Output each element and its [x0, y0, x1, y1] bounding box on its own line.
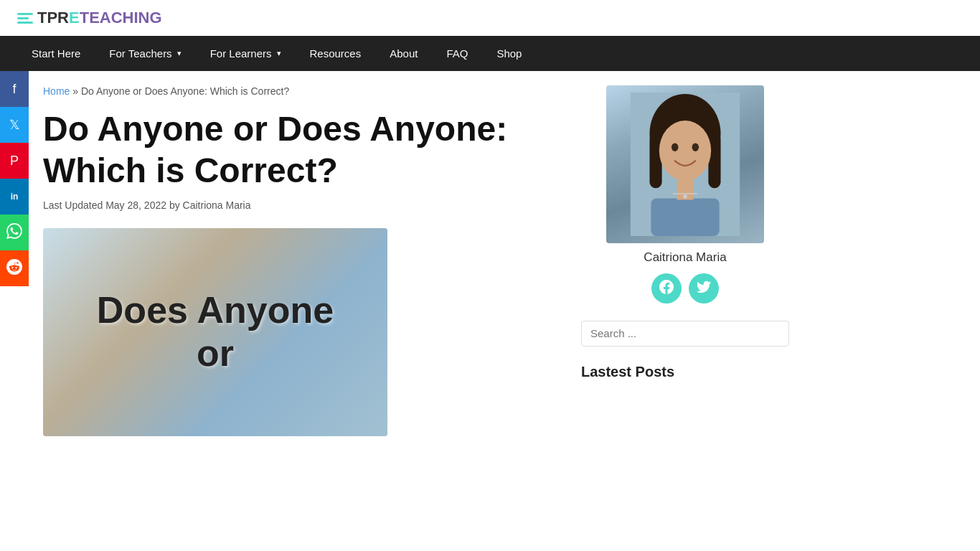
social-sidebar: f 𝕏 P in	[0, 71, 29, 451]
svg-point-5	[672, 143, 679, 151]
author-twitter-icon	[697, 280, 711, 298]
nav-shop[interactable]: Shop	[482, 36, 536, 71]
main-content: Home » Do Anyone or Does Anyone: Which i…	[29, 71, 574, 451]
logo-tpr: TPR	[37, 9, 69, 27]
breadcrumb-separator: »	[72, 85, 81, 97]
search-input[interactable]	[590, 327, 780, 339]
breadcrumb-home[interactable]: Home	[43, 85, 70, 97]
main-nav: Start Here For Teachers ▾ For Learners ▾…	[0, 36, 980, 71]
author-facebook-btn[interactable]	[651, 273, 682, 303]
nav-for-learners[interactable]: For Learners ▾	[196, 36, 296, 71]
whatsapp-icon	[6, 223, 22, 242]
svg-rect-2	[649, 133, 661, 188]
social-pinterest[interactable]: P	[0, 143, 29, 179]
svg-point-6	[692, 143, 699, 151]
nav-for-teachers[interactable]: For Teachers ▾	[95, 36, 195, 71]
article-meta: Last Updated May 28, 2022 by Caitriona M…	[43, 199, 552, 211]
search-box-wrap[interactable]	[581, 321, 789, 347]
svg-point-10	[683, 194, 687, 199]
author-facebook-icon	[659, 280, 674, 298]
author-socials	[651, 273, 719, 303]
nav-arrow-teachers: ▾	[177, 49, 182, 58]
svg-rect-3	[708, 133, 720, 188]
breadcrumb-current: Do Anyone or Does Anyone: Which is Corre…	[81, 85, 289, 97]
social-reddit[interactable]	[0, 250, 29, 286]
article-featured-image: Does Anyone or	[43, 228, 387, 436]
logo-teaching: TEACHING	[80, 9, 162, 27]
svg-rect-7	[651, 199, 719, 236]
author-twitter-btn[interactable]	[689, 273, 719, 303]
reddit-icon	[6, 259, 22, 278]
logo-e: E	[69, 9, 80, 27]
facebook-icon: f	[12, 82, 16, 97]
pinterest-icon: P	[10, 154, 19, 169]
social-facebook[interactable]: f	[0, 71, 29, 107]
nav-start-here[interactable]: Start Here	[17, 36, 95, 71]
logo-icon	[17, 13, 33, 24]
social-whatsapp[interactable]	[0, 215, 29, 250]
latest-posts-section: Lastest Posts	[581, 364, 789, 380]
article-title: Do Anyone or Does Anyone: Which is Corre…	[43, 108, 552, 191]
content-wrap: f 𝕏 P in Home	[0, 71, 980, 451]
social-linkedin[interactable]: in	[0, 179, 29, 215]
nav-faq[interactable]: FAQ	[432, 36, 482, 71]
latest-posts-title: Lastest Posts	[581, 364, 789, 380]
linkedin-icon: in	[11, 192, 19, 202]
author-box: Caitriona Maria	[581, 85, 789, 303]
author-portrait-svg	[628, 93, 743, 236]
nav-resources[interactable]: Resources	[296, 36, 376, 71]
nav-arrow-learners: ▾	[277, 49, 281, 58]
site-header: TPR E TEACHING	[0, 0, 980, 36]
site-logo[interactable]: TPR E TEACHING	[17, 9, 162, 27]
author-avatar	[606, 85, 764, 243]
twitter-icon: 𝕏	[9, 117, 20, 133]
author-name: Caitriona Maria	[644, 250, 726, 265]
article-image-text: Does Anyone or	[97, 289, 334, 375]
sidebar: Caitriona Maria	[574, 71, 804, 451]
svg-point-4	[659, 121, 711, 181]
social-twitter[interactable]: 𝕏	[0, 107, 29, 143]
breadcrumb: Home » Do Anyone or Does Anyone: Which i…	[43, 85, 552, 97]
nav-about[interactable]: About	[375, 36, 432, 71]
